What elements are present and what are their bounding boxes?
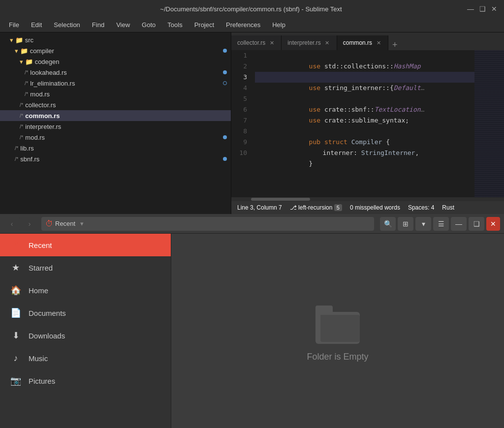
close-tab-common[interactable]: ✕ bbox=[375, 39, 382, 46]
fm-sidebar-downloads[interactable]: ⬇ Downloads bbox=[0, 324, 171, 347]
menu-tools[interactable]: Tools bbox=[162, 20, 187, 30]
tree-item-lib[interactable]: /* lib.rs bbox=[0, 143, 231, 153]
fm-sort-button[interactable]: ▾ bbox=[415, 217, 431, 231]
menu-goto[interactable]: Goto bbox=[137, 20, 160, 30]
fm-window-close-button[interactable]: ✕ bbox=[486, 217, 500, 231]
fm-window-minimize-button[interactable]: — bbox=[451, 217, 467, 231]
tab-label-common: common.rs bbox=[343, 39, 372, 46]
file-icon: /* bbox=[25, 80, 28, 86]
status-git: ⎇ left-recursion 5 bbox=[290, 204, 342, 211]
menu-selection[interactable]: Selection bbox=[49, 20, 85, 30]
fm-toolbar-right: 🔍 ⊞ ▾ ☰ — ❑ ✕ bbox=[380, 217, 500, 231]
tab-common[interactable]: common.rs ✕ bbox=[337, 35, 388, 50]
fm-sidebar-documents[interactable]: 📄 Documents bbox=[0, 302, 171, 324]
maximize-button[interactable]: ❑ bbox=[478, 5, 486, 13]
file-icon: /* bbox=[20, 134, 23, 140]
fm-back-button[interactable]: ‹ bbox=[4, 217, 20, 231]
folder-icon: ▾ 📁 bbox=[10, 36, 23, 44]
dot-indicator bbox=[223, 157, 227, 161]
fm-search-button[interactable]: 🔍 bbox=[380, 217, 396, 231]
line-num-9: 9 bbox=[231, 137, 251, 148]
tree-label-src: src bbox=[25, 36, 33, 44]
file-icon: /* bbox=[25, 91, 28, 97]
window-title: ~/Documents/sbnf/src/compiler/common.rs … bbox=[35, 5, 467, 13]
fm-sidebar-label-documents: Documents bbox=[29, 309, 66, 317]
file-icon: /* bbox=[20, 123, 23, 129]
fm-location-bar[interactable]: ⏱ Recent ▾ bbox=[41, 217, 374, 231]
code-area: 1 2 3 4 5 6 7 8 9 10 use std::c bbox=[231, 50, 504, 197]
tree-item-compiler[interactable]: ▾ 📁 compiler bbox=[0, 45, 231, 56]
documents-sidebar-icon: 📄 bbox=[10, 307, 22, 318]
folder-icon: ▾ 📁 bbox=[15, 47, 28, 55]
fm-sidebar: ⏱ Recent ★ Starred 🏠 Home 📄 Documents ⬇ … bbox=[0, 234, 171, 428]
horizontal-scrollbar[interactable] bbox=[231, 197, 504, 201]
tree-item-codegen[interactable]: ▾ 📁 codegen bbox=[0, 56, 231, 67]
fm-menu-button[interactable]: ☰ bbox=[433, 217, 449, 231]
dot-indicator bbox=[223, 49, 227, 53]
close-tab-interpreter[interactable]: ✕ bbox=[324, 39, 331, 46]
music-sidebar-icon: ♪ bbox=[10, 353, 22, 364]
tree-label-collector: collector.rs bbox=[25, 101, 56, 109]
tree-item-src[interactable]: ▾ 📁 src bbox=[0, 34, 231, 45]
fm-sidebar-pictures[interactable]: 📷 Pictures bbox=[0, 369, 171, 392]
status-spellcheck: 0 misspelled words bbox=[350, 204, 400, 211]
menu-find[interactable]: Find bbox=[87, 20, 109, 30]
tree-item-interpreter[interactable]: /* interpreter.rs bbox=[0, 121, 231, 132]
close-tab-collector[interactable]: ✕ bbox=[268, 39, 275, 46]
file-tree: ▾ 📁 src ▾ 📁 compiler ▾ 📁 codegen /* bbox=[0, 32, 231, 166]
code-scroll: 1 2 3 4 5 6 7 8 9 10 use std::c bbox=[231, 50, 474, 197]
new-tab-button[interactable]: + bbox=[388, 40, 402, 50]
file-icon: /* bbox=[25, 69, 28, 75]
code-content[interactable]: use std::collections::HashMap use string… bbox=[251, 50, 474, 197]
close-button[interactable]: ✕ bbox=[490, 5, 498, 13]
menu-help[interactable]: Help bbox=[267, 20, 290, 30]
code-editor[interactable]: collector.rs ✕ interpreter.rs ✕ common.r… bbox=[231, 32, 504, 214]
tree-label-compiler: compiler bbox=[30, 47, 54, 55]
tree-label-sbnf: sbnf.rs bbox=[20, 155, 39, 163]
status-syntax: Rust bbox=[442, 204, 454, 211]
sublime-text-window: ~/Documents/sbnf/src/compiler/common.rs … bbox=[0, 0, 504, 214]
menu-preferences[interactable]: Preferences bbox=[221, 20, 265, 30]
menu-file[interactable]: File bbox=[4, 20, 24, 30]
fm-window-maximize-button[interactable]: ❑ bbox=[469, 217, 484, 231]
fm-forward-button[interactable]: › bbox=[22, 217, 37, 231]
fm-sidebar-label-starred: Starred bbox=[29, 264, 53, 272]
line-numbers: 1 2 3 4 5 6 7 8 9 10 bbox=[231, 50, 251, 197]
fm-view-toggle-button[interactable]: ⊞ bbox=[398, 217, 413, 231]
tab-interpreter[interactable]: interpreter.rs ✕ bbox=[282, 35, 337, 50]
status-spaces: Spaces: 4 bbox=[408, 204, 434, 211]
scrollbar-thumb[interactable] bbox=[251, 198, 310, 201]
file-sidebar: ▾ 📁 src ▾ 📁 compiler ▾ 📁 codegen /* bbox=[0, 32, 231, 214]
tree-label-common: common.rs bbox=[25, 112, 60, 120]
tree-item-collector[interactable]: /* collector.rs bbox=[0, 99, 231, 110]
fm-sidebar-starred[interactable]: ★ Starred bbox=[0, 256, 171, 279]
menu-project[interactable]: Project bbox=[189, 20, 219, 30]
tree-item-common[interactable]: /* common.rs bbox=[0, 110, 231, 121]
line-num-8: 8 bbox=[231, 126, 251, 137]
minimize-button[interactable]: — bbox=[467, 5, 474, 13]
title-bar: ~/Documents/sbnf/src/compiler/common.rs … bbox=[0, 0, 504, 18]
pictures-sidebar-icon: 📷 bbox=[10, 375, 22, 386]
fm-sidebar-recent[interactable]: ⏱ Recent bbox=[0, 234, 171, 256]
folder-icon: ▾ 📁 bbox=[20, 58, 33, 65]
tree-item-mod-codegen[interactable]: /* mod.rs bbox=[0, 89, 231, 99]
fm-recent-label[interactable]: ⏱ Recent ▾ bbox=[45, 219, 84, 228]
tree-item-lookahead[interactable]: /* lookahead.rs bbox=[0, 67, 231, 78]
tabs-bar: collector.rs ✕ interpreter.rs ✕ common.r… bbox=[231, 32, 504, 50]
fm-sidebar-label-downloads: Downloads bbox=[29, 332, 65, 340]
tab-label-collector: collector.rs bbox=[237, 39, 265, 46]
fm-body: ⏱ Recent ★ Starred 🏠 Home 📄 Documents ⬇ … bbox=[0, 234, 504, 428]
tree-item-lr-elim[interactable]: /* lr_elimination.rs bbox=[0, 78, 231, 89]
menu-edit[interactable]: Edit bbox=[26, 20, 47, 30]
tree-item-sbnf[interactable]: /* sbnf.rs bbox=[0, 153, 231, 164]
tree-label-mod-codegen: mod.rs bbox=[30, 91, 50, 98]
folder-inner bbox=[320, 315, 360, 342]
line-num-5: 5 bbox=[231, 93, 251, 104]
menu-view[interactable]: View bbox=[111, 20, 135, 30]
fm-sidebar-music[interactable]: ♪ Music bbox=[0, 347, 171, 369]
status-line-col: Line 3, Column 7 bbox=[237, 204, 282, 211]
fm-sidebar-home[interactable]: 🏠 Home bbox=[0, 279, 171, 302]
tab-label-interpreter: interpreter.rs bbox=[287, 39, 320, 46]
tab-collector[interactable]: collector.rs ✕ bbox=[231, 35, 282, 50]
tree-item-mod-compiler[interactable]: /* mod.rs bbox=[0, 132, 231, 143]
